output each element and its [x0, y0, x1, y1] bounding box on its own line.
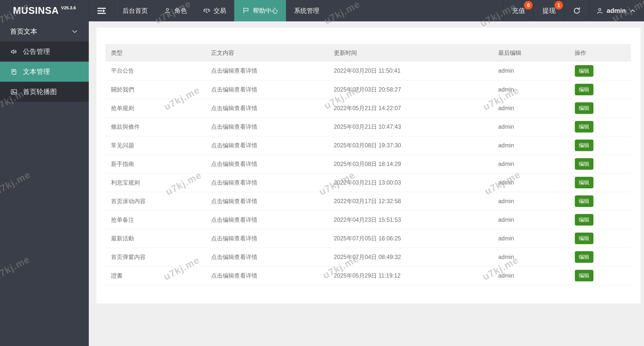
sidebar-item-label: 首页轮播图: [23, 87, 57, 96]
nav-item-label: 后台首页: [123, 7, 148, 15]
cell-updated: 2025年07月05日 16:06:25: [328, 229, 493, 248]
speaker-icon: [10, 48, 18, 56]
edit-button[interactable]: 编辑: [575, 233, 593, 244]
cell-editor: admin: [493, 99, 569, 117]
recharge-badge: 0: [524, 1, 533, 10]
nav-item-system-admin[interactable]: 系统管理: [286, 0, 327, 21]
cell-action: 编辑: [569, 136, 631, 155]
cell-updated: 2025年07月03日 20:58:27: [328, 80, 493, 99]
edit-button[interactable]: 编辑: [575, 177, 593, 188]
recharge-button[interactable]: 充值 0: [503, 0, 534, 21]
sidebar-item-label: 公告管理: [23, 47, 50, 56]
cell-action: 编辑: [569, 80, 631, 99]
cell-editor: admin: [493, 173, 569, 192]
version-label: V25.3.6: [61, 6, 76, 11]
column-header: 更新时间: [328, 44, 493, 62]
edit-button[interactable]: 编辑: [575, 84, 593, 95]
chevron-up-icon: [629, 7, 636, 15]
help-texts-table: 类型正文内容更新时间最后编辑操作 平台公告点击编辑查看详情2022年03月20日…: [105, 44, 631, 285]
cell-type: 抢单规则: [105, 99, 206, 117]
sidebar-item-homepage-carousel[interactable]: 首页轮播图: [0, 82, 89, 102]
topbar-right: 充值 0 提现 1 admin: [503, 0, 644, 21]
table-row: 抢单规则点击编辑查看详情2022年05月21日 14:22:07admin编辑: [105, 99, 631, 117]
edit-button[interactable]: 编辑: [575, 121, 593, 133]
table-row: 首页滚动内容点击编辑查看详情2022年03月17日 12:32:58admin编…: [105, 192, 631, 210]
cell-action: 编辑: [569, 192, 631, 210]
table-row: 抢单备注点击编辑查看详情2022年04月23日 15:51:53admin编辑: [105, 210, 631, 229]
sidebar-collapse-button[interactable]: [89, 0, 114, 21]
table-row: 利息宝规则点击编辑查看详情2022年03月21日 13:00:03admin编辑: [105, 173, 631, 192]
nav-item-label: 系统管理: [294, 7, 319, 15]
nav-item-backend-home[interactable]: 后台首页: [114, 0, 156, 21]
cell-type: 常见问题: [105, 136, 206, 155]
table-row: 首页弹窗内容点击编辑查看详情2025年07月04日 08:49:32admin编…: [105, 248, 631, 266]
table-header-row: 类型正文内容更新时间最后编辑操作: [105, 44, 631, 62]
cell-content: 点击编辑查看详情: [206, 173, 328, 192]
edit-button[interactable]: 编辑: [575, 158, 593, 170]
edit-button[interactable]: 编辑: [575, 214, 593, 226]
cell-action: 编辑: [569, 99, 631, 117]
table-body: 平台公告点击编辑查看详情2022年03月20日 11:50:41admin编辑關…: [105, 62, 631, 285]
cell-updated: 2025年03月08日 18:14:29: [328, 155, 493, 173]
edit-button[interactable]: 编辑: [575, 102, 593, 114]
image-icon: [10, 88, 18, 96]
scales-icon: [203, 7, 210, 14]
cell-content: 点击编辑查看详情: [206, 248, 328, 266]
cell-updated: 2022年03月20日 11:50:41: [328, 62, 493, 80]
refresh-button[interactable]: [564, 0, 589, 21]
column-header: 最后编辑: [493, 44, 569, 62]
table-row: 新手指南点击编辑查看详情2025年03月08日 18:14:29admin编辑: [105, 155, 631, 173]
withdraw-button[interactable]: 提现 1: [534, 0, 564, 21]
edit-button[interactable]: 编辑: [575, 270, 593, 281]
sidebar-menu: 公告管理文本管理首页轮播图: [0, 41, 89, 102]
cell-content: 点击编辑查看详情: [206, 136, 328, 155]
table-row: 證書点击编辑查看详情2025年05月29日 11:19:12admin编辑: [105, 266, 631, 285]
cell-editor: admin: [493, 210, 569, 229]
cell-content: 点击编辑查看详情: [206, 80, 328, 99]
cell-updated: 2022年04月23日 15:51:53: [328, 210, 493, 229]
content-card: 类型正文内容更新时间最后编辑操作 平台公告点击编辑查看详情2022年03月20日…: [96, 28, 640, 304]
table-row: 常见问题点击编辑查看详情2025年03月08日 19:37:30admin编辑: [105, 136, 631, 155]
sidebar-item-announcement-management[interactable]: 公告管理: [0, 41, 89, 62]
cell-action: 编辑: [569, 155, 631, 173]
edit-button[interactable]: 编辑: [575, 251, 593, 263]
cell-type: 證書: [105, 266, 206, 285]
sidebar-item-text-management[interactable]: 文本管理: [0, 62, 89, 82]
cell-type: 新手指南: [105, 155, 206, 173]
cell-action: 编辑: [569, 62, 631, 80]
cell-content: 点击编辑查看详情: [206, 62, 328, 80]
cell-action: 编辑: [569, 117, 631, 136]
edit-button[interactable]: 编辑: [575, 65, 593, 77]
cell-updated: 2025年05月29日 11:19:12: [328, 266, 493, 285]
cell-content: 点击编辑查看详情: [206, 210, 328, 229]
withdraw-label: 提现: [542, 6, 555, 15]
table-row: 關於我們点击编辑查看详情2025年07月03日 20:58:27admin编辑: [105, 80, 631, 99]
withdraw-badge: 1: [554, 1, 563, 10]
sidebar-group-label: 首页文本: [10, 27, 37, 36]
edit-button[interactable]: 编辑: [575, 140, 593, 151]
nav-item-label: 角色: [174, 7, 187, 15]
cell-content: 点击编辑查看详情: [206, 155, 328, 173]
table-row: 條款與條件点击编辑查看详情2025年03月21日 10:47:43admin编辑: [105, 117, 631, 136]
nav-item-trade[interactable]: 交易: [195, 0, 234, 21]
nav-item-roles[interactable]: 角色: [156, 0, 195, 21]
nav-item-help-center[interactable]: 帮助中心: [234, 0, 286, 21]
cell-editor: admin: [493, 266, 569, 285]
cell-editor: admin: [493, 117, 569, 136]
main-nav: 后台首页角色交易帮助中心系统管理: [114, 0, 327, 21]
cell-action: 编辑: [569, 266, 631, 285]
cell-editor: admin: [493, 62, 569, 80]
cell-updated: 2022年03月17日 12:32:58: [328, 192, 493, 210]
user-menu[interactable]: admin: [589, 0, 644, 21]
sidebar-group-homepage-text[interactable]: 首页文本: [0, 21, 89, 41]
cell-type: 利息宝规则: [105, 173, 206, 192]
cell-content: 点击编辑查看详情: [206, 99, 328, 117]
column-header: 正文内容: [206, 44, 328, 62]
cell-action: 编辑: [569, 248, 631, 266]
cell-action: 编辑: [569, 229, 631, 248]
cell-editor: admin: [493, 155, 569, 173]
edit-button[interactable]: 编辑: [575, 195, 593, 207]
cell-updated: 2022年03月21日 13:00:03: [328, 173, 493, 192]
cell-content: 点击编辑查看详情: [206, 192, 328, 210]
menu-collapse-icon: [97, 6, 106, 15]
